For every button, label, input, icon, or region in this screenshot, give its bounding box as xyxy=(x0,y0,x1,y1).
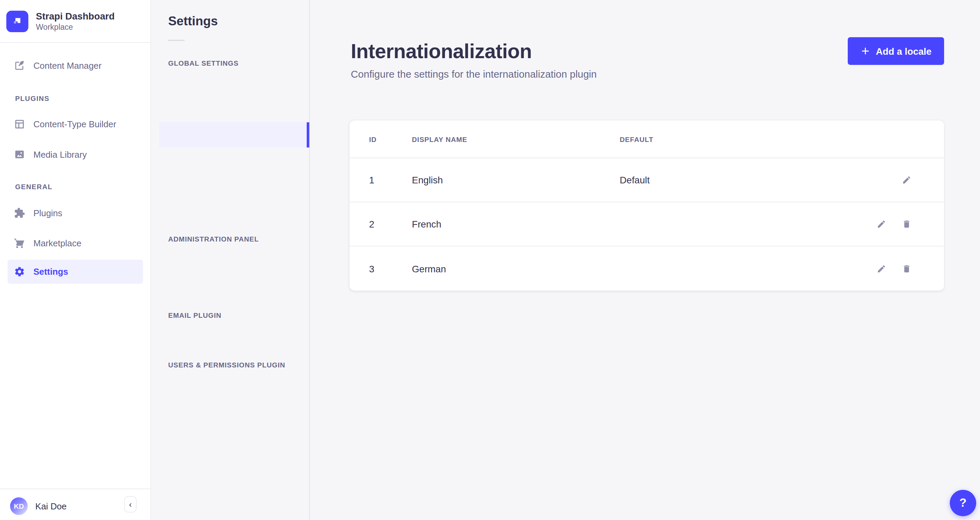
edit-button[interactable] xyxy=(900,174,913,187)
locales-table: ID DISPLAY NAME DEFAULT 1 English Defaul… xyxy=(350,120,944,290)
sidebar-item-label: Media Library xyxy=(33,150,87,160)
content-type-builder-icon xyxy=(14,118,25,130)
sidebar-item-label: Plugins xyxy=(33,208,62,218)
subnav-item-media-library[interactable]: Media Library xyxy=(159,147,309,172)
delete-button[interactable] xyxy=(900,262,913,275)
puzzle-icon xyxy=(14,207,25,219)
avatar[interactable]: KD xyxy=(10,498,28,515)
delete-button[interactable] xyxy=(900,218,913,231)
subnav-item-api-tokens[interactable]: API Tokens xyxy=(159,98,309,123)
brand-text: Strapi Dashboard Workplace xyxy=(36,10,115,32)
page-title: Internationalization xyxy=(351,40,531,63)
trash-icon xyxy=(902,264,911,273)
subnav-item-webhooks[interactable]: Webhooks xyxy=(159,197,309,221)
chevron-left-icon: ‹ xyxy=(129,499,132,509)
sidebar-section-general: GENERAL xyxy=(15,183,52,190)
column-header-default: DEFAULT xyxy=(620,135,875,143)
workspace-switcher[interactable]: Strapi Dashboard Workplace xyxy=(0,0,150,43)
content-manager-icon xyxy=(14,60,25,71)
subnav-item-email-settings[interactable]: Settings xyxy=(159,324,309,349)
divider xyxy=(0,488,150,489)
page-subtitle: Configure the settings for the internati… xyxy=(351,69,597,80)
table-header-row: ID DISPLAY NAME DEFAULT xyxy=(350,120,944,158)
add-locale-button[interactable]: Add a locale xyxy=(847,37,944,65)
subnav-item-internationalization[interactable]: Internationalization xyxy=(159,122,309,147)
sidebar-item-label: Settings xyxy=(33,266,68,276)
brand-title: Strapi Dashboard xyxy=(36,10,115,22)
trash-icon xyxy=(902,219,911,229)
column-header-display-name: DISPLAY NAME xyxy=(412,135,620,143)
pencil-icon xyxy=(877,219,886,229)
active-indicator-bar xyxy=(307,122,309,147)
edit-button[interactable] xyxy=(875,262,888,275)
help-button[interactable]: ? xyxy=(950,490,976,516)
sidebar-item-label: Marketplace xyxy=(33,238,82,248)
edit-button[interactable] xyxy=(875,218,888,231)
sidebar-item-content-manager[interactable]: Content Manager xyxy=(0,53,150,78)
table-row-english: 1 English Default xyxy=(350,158,944,202)
gear-icon xyxy=(14,266,25,278)
media-library-icon xyxy=(14,149,25,160)
sidebar-item-media-library[interactable]: Media Library xyxy=(0,142,150,167)
subnav-item-application[interactable]: Application xyxy=(159,74,309,99)
subnav-item-email-templates[interactable]: Email templates xyxy=(159,421,309,446)
pencil-icon xyxy=(877,264,886,273)
pencil-icon xyxy=(902,175,911,185)
column-header-id: ID xyxy=(369,135,412,143)
subnav-item-advanced-settings[interactable]: Advanced settings xyxy=(159,446,309,471)
sidebar-item-label: Content Manager xyxy=(33,61,102,70)
add-locale-label: Add a locale xyxy=(876,46,931,56)
cell-id: 1 xyxy=(369,174,412,185)
subnav-section-global-settings: GLOBAL SETTINGS xyxy=(168,59,239,67)
sidebar-item-content-type-builder[interactable]: Content-Type Builder xyxy=(0,112,150,137)
table-row-french: 2 French xyxy=(350,202,944,246)
main-content: Internationalization Configure the setti… xyxy=(310,0,980,520)
divider xyxy=(168,40,185,41)
brand-workspace: Workplace xyxy=(36,22,115,32)
subnav-item-roles[interactable]: Roles xyxy=(159,248,309,273)
app-root: Strapi Dashboard Workplace Content Manag… xyxy=(0,0,980,520)
cell-default: Default xyxy=(620,174,875,185)
sidebar-item-plugins[interactable]: Plugins xyxy=(0,201,150,226)
strapi-logo-icon xyxy=(6,10,28,32)
sidebar-item-settings[interactable]: Settings xyxy=(8,260,143,284)
user-name: Kai Doe xyxy=(35,501,67,511)
cell-display-name: French xyxy=(412,219,620,229)
question-mark-icon: ? xyxy=(959,496,967,510)
sidebar-section-plugins: PLUGINS xyxy=(15,94,49,102)
subnav-title: Settings xyxy=(168,14,218,29)
subnav-section-email-plugin: EMAIL PLUGIN xyxy=(168,311,221,319)
subnav-item-providers[interactable]: Providers xyxy=(159,398,309,423)
sidebar-item-marketplace[interactable]: Marketplace xyxy=(0,231,150,256)
subnav-item-up-roles[interactable]: Roles xyxy=(159,374,309,399)
plus-icon xyxy=(860,46,870,56)
subnav-item-users[interactable]: Users xyxy=(159,273,309,298)
subnav-section-users-permissions-plugin: USERS & PERMISSIONS PLUGIN xyxy=(168,361,285,369)
cell-display-name: German xyxy=(412,263,620,274)
cell-id: 2 xyxy=(369,219,412,229)
sidebar-item-label: Content-Type Builder xyxy=(33,119,116,129)
sidebar-collapse-button[interactable]: ‹ xyxy=(124,496,137,512)
main-sidebar: Strapi Dashboard Workplace Content Manag… xyxy=(0,0,151,520)
table-row-german: 3 German xyxy=(350,246,944,290)
subnav-section-administration-panel: ADMINISTRATION PANEL xyxy=(168,235,259,242)
cart-icon xyxy=(14,238,25,249)
subnav-item-single-sign-on[interactable]: Single Sign-On xyxy=(159,172,309,197)
settings-subnav: Settings GLOBAL SETTINGS Application API… xyxy=(151,0,310,520)
cell-display-name: English xyxy=(412,174,620,185)
cell-id: 3 xyxy=(369,263,412,274)
